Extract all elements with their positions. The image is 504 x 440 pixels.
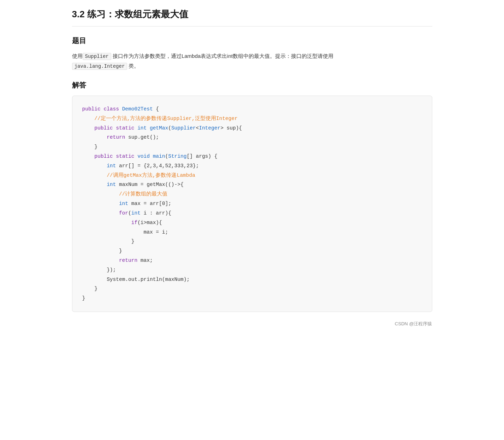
page-wrapper: 3.2 练习：求数组元素最大值 题目 使用Supplier 接口作为方法参数类型… [58,0,446,342]
answer-section: 解答 public class Demo02Test { //定一个方法,方法的… [72,79,432,312]
code-line-1: public class Demo02Test { [82,104,422,114]
code-line-13: int max = arr[0]; [82,199,422,209]
code-line-23: } [82,294,422,303]
integer-code: java.lang.Integer [72,63,128,70]
supplier-code: Supplier [83,53,111,60]
code-line-8: int arr[] = {2,3,4,52,333,23}; [82,161,422,171]
code-line-2: //定一个方法,方法的参数传递Supplier,泛型使用Integer [82,114,422,123]
code-line-12: //计算数组的最大值 [82,189,422,199]
code-line-11: int maxNum = getMax(()->{ [82,180,422,189]
code-line-5: } [82,142,422,152]
code-line-20: }); [82,265,422,275]
code-line-10: //调用getMax方法,参数传递Lambda [82,171,422,180]
desc-part3: 类。 [127,63,139,69]
code-line-22: } [82,284,422,294]
code-line-3: public static int getMax(Supplier<Intege… [82,123,422,133]
desc-part2: 接口作为方法参数类型，通过Lambda表达式求出int数组中的最大值。提示：接口… [111,53,333,59]
code-line-4: return sup.get(); [82,133,422,142]
code-line-18: } [82,246,422,256]
code-line-16: max = i; [82,228,422,237]
footer-brand: CSDN @汪程序猿 [72,318,432,328]
section-title: 3.2 练习：求数组元素最大值 [72,7,432,26]
code-line-21: System.out.println(maxNum); [82,275,422,284]
code-line-15: if(i>max){ [82,218,422,228]
code-line-17: } [82,237,422,246]
code-block: public class Demo02Test { //定一个方法,方法的参数传… [72,96,432,312]
code-line-19: return max; [82,256,422,265]
code-line-7: public static void main(String[] args) { [82,152,422,161]
desc-part1: 使用 [72,53,83,59]
description: 使用Supplier 接口作为方法参数类型，通过Lambda表达式求出int数组… [72,51,432,71]
code-line-14: for(int i : arr){ [82,209,422,218]
answer-title: 解答 [72,79,432,91]
question-title: 题目 [72,35,432,46]
